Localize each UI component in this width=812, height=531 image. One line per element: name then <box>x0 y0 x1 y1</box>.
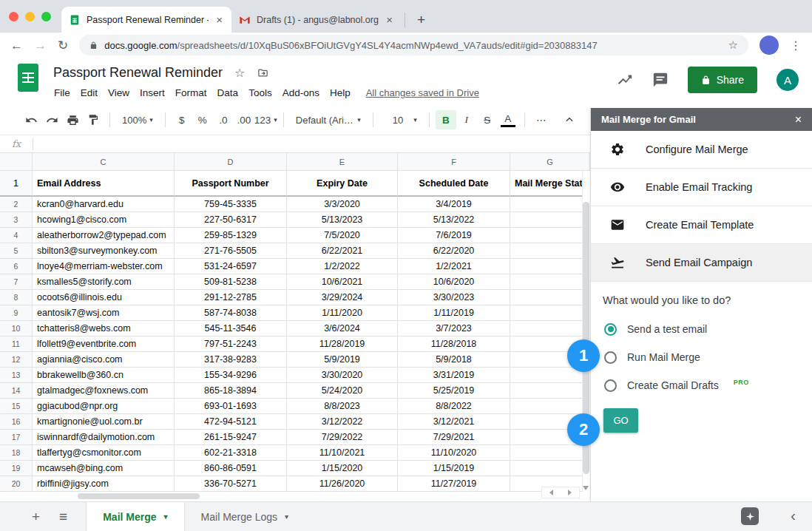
cell-scheduled-date[interactable]: 5/13/2022 <box>398 212 510 228</box>
menu-file[interactable]: File <box>49 85 75 101</box>
go-button[interactable]: GO <box>603 408 638 433</box>
sidebar-item-enable-email-tracking[interactable]: Enable Email Tracking <box>591 169 812 206</box>
print-icon[interactable] <box>62 110 83 129</box>
row-number[interactable]: 20 <box>0 476 33 492</box>
column-letter-g[interactable]: G <box>510 153 590 171</box>
cell-expiry-date[interactable]: 10/6/2021 <box>287 274 398 290</box>
cell-scheduled-date[interactable]: 1/11/2019 <box>398 305 510 321</box>
cell-scheduled-date[interactable]: 3/30/2023 <box>398 290 510 305</box>
sheet-tab-mail-merge-logs[interactable]: Mail Merge Logs▾ <box>185 502 305 531</box>
cell-scheduled-date[interactable]: 7/29/2021 <box>398 430 510 445</box>
cell-scheduled-date[interactable]: 6/22/2020 <box>398 243 510 259</box>
cell-passport-number[interactable]: 271-76-5505 <box>175 243 287 259</box>
collapse-toolbar-icon[interactable] <box>559 110 580 129</box>
browser-tab-sheets[interactable]: Passport Renewal Reminder - G × <box>61 7 231 33</box>
cell-scheduled-date[interactable]: 5/9/2018 <box>398 352 510 368</box>
menu-format[interactable]: Format <box>170 85 212 101</box>
scroll-right-icon[interactable] <box>568 490 572 496</box>
cell-mail-merge-status[interactable] <box>510 274 590 290</box>
cell-email-address[interactable]: mcawseh@bing.com <box>33 461 175 476</box>
cell-expiry-date[interactable]: 11/28/2019 <box>287 336 398 352</box>
menu-addons[interactable]: Add-ons <box>277 85 325 101</box>
cell-mail-merge-status[interactable] <box>510 445 590 461</box>
minimize-window-button[interactable] <box>25 12 35 21</box>
cell-passport-number[interactable]: 587-74-8038 <box>175 305 287 321</box>
radio-button[interactable] <box>604 351 617 364</box>
cell-expiry-date[interactable]: 6/22/2021 <box>287 243 398 259</box>
cell-scheduled-date[interactable]: 7/6/2019 <box>398 228 510 243</box>
cell-passport-number[interactable]: 860-86-0591 <box>175 461 287 476</box>
cell-scheduled-date[interactable]: 11/10/2020 <box>398 445 510 461</box>
account-avatar[interactable]: A <box>777 69 799 91</box>
strikethrough-button[interactable]: S <box>477 110 498 129</box>
row-number[interactable]: 19 <box>0 461 33 476</box>
cell-mail-merge-status[interactable] <box>510 399 590 414</box>
cell-email-address[interactable]: ocoots6@illinois.edu <box>33 290 175 305</box>
cell-email-address[interactable]: gtalmadgec@foxnews.com <box>33 383 175 399</box>
header-cell[interactable]: Mail Merge Statu <box>510 171 590 197</box>
row-number[interactable]: 11 <box>0 336 33 352</box>
cell-mail-merge-status[interactable] <box>510 212 590 228</box>
header-cell[interactable]: Passport Number <box>175 171 287 197</box>
cell-expiry-date[interactable]: 3/29/2024 <box>287 290 398 305</box>
row-number[interactable]: 4 <box>0 228 33 243</box>
menu-view[interactable]: View <box>103 85 135 101</box>
undo-icon[interactable] <box>21 110 41 129</box>
cell-expiry-date[interactable]: 3/3/2020 <box>287 197 398 212</box>
cell-email-address[interactable]: aleatherborrow2@typepad.com <box>33 228 175 243</box>
cell-expiry-date[interactable]: 3/6/2024 <box>287 321 398 336</box>
chevron-down-icon[interactable]: ▾ <box>285 513 288 521</box>
cell-email-address[interactable]: hcowing1@cisco.com <box>33 212 175 228</box>
back-icon[interactable]: ← <box>10 39 23 52</box>
cell-email-address[interactable]: agiannia@cisco.com <box>33 352 175 368</box>
formula-bar[interactable]: fx <box>0 135 590 153</box>
row-number[interactable]: 17 <box>0 430 33 445</box>
cell-expiry-date[interactable]: 3/30/2020 <box>287 368 398 383</box>
cell-passport-number[interactable]: 531-24-6597 <box>175 259 287 274</box>
row-number[interactable]: 16 <box>0 414 33 430</box>
number-format-select[interactable]: 123▾ <box>254 110 277 129</box>
radio-button[interactable] <box>604 323 617 336</box>
cell-passport-number[interactable]: 797-51-2243 <box>175 336 287 352</box>
row-number[interactable]: 13 <box>0 368 33 383</box>
cell-mail-merge-status[interactable] <box>510 461 590 476</box>
cell-passport-number[interactable]: 759-45-3335 <box>175 197 287 212</box>
sheets-logo-icon[interactable] <box>18 64 38 92</box>
bold-button[interactable]: B <box>436 110 456 129</box>
cell-mail-merge-status[interactable] <box>510 321 590 336</box>
cell-mail-merge-status[interactable] <box>510 243 590 259</box>
cell-expiry-date[interactable]: 7/29/2022 <box>287 430 398 445</box>
more-toolbar-icon[interactable]: ⋯ <box>531 110 552 129</box>
forward-icon[interactable]: → <box>34 39 47 52</box>
cell-email-address[interactable]: ggiacubod@npr.org <box>33 399 175 414</box>
sidebar-item-configure-mail-merge[interactable]: Configure Mail Merge <box>591 131 812 169</box>
menu-edit[interactable]: Edit <box>75 85 103 101</box>
row-number[interactable]: 18 <box>0 445 33 461</box>
cell-expiry-date[interactable]: 8/8/2023 <box>287 399 398 414</box>
cell-email-address[interactable]: tchatteris8@webs.com <box>33 321 175 336</box>
cell-mail-merge-status[interactable] <box>510 290 590 305</box>
row-number[interactable]: 1 <box>0 171 33 197</box>
save-status[interactable]: All changes saved in Drive <box>366 87 479 98</box>
cell-passport-number[interactable]: 227-50-6317 <box>175 212 287 228</box>
cell-expiry-date[interactable]: 5/13/2023 <box>287 212 398 228</box>
cell-passport-number[interactable]: 336-70-5271 <box>175 476 287 492</box>
all-sheets-icon[interactable]: ≡ <box>50 509 77 525</box>
move-to-folder-icon[interactable] <box>257 67 269 78</box>
browser-tab-gmail[interactable]: Drafts (1) - angus@labnol.org × <box>231 7 402 33</box>
radio-option-create-gmail-drafts[interactable]: Create Gmail DraftsPRO <box>604 371 812 399</box>
cell-email-address[interactable]: sbilton3@surveymonkey.com <box>33 243 175 259</box>
zoom-window-button[interactable] <box>41 12 51 21</box>
cell-passport-number[interactable]: 259-85-1329 <box>175 228 287 243</box>
chevron-down-icon[interactable]: ▾ <box>164 513 168 521</box>
cell-passport-number[interactable]: 291-12-2785 <box>175 290 287 305</box>
cell-passport-number[interactable]: 602-21-3318 <box>175 445 287 461</box>
decrease-decimal-button[interactable]: .0 <box>213 110 234 129</box>
cell-passport-number[interactable]: 865-18-3894 <box>175 383 287 399</box>
cell-mail-merge-status[interactable] <box>510 305 590 321</box>
cell-passport-number[interactable]: 472-94-5121 <box>175 414 287 430</box>
row-number[interactable]: 7 <box>0 274 33 290</box>
insights-icon[interactable] <box>617 72 633 88</box>
menu-insert[interactable]: Insert <box>135 85 170 101</box>
address-bar[interactable]: docs.google.com/spreadsheets/d/10XqBuS06… <box>79 35 748 55</box>
